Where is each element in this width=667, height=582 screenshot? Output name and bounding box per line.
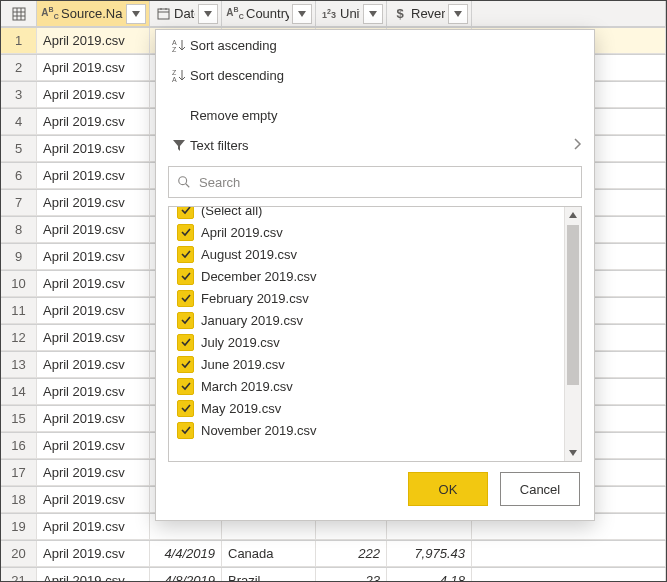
row-index[interactable]: 2: [1, 55, 37, 81]
filter-value-item[interactable]: February 2019.csv: [175, 287, 558, 309]
cell-country[interactable]: Canada: [222, 541, 316, 567]
filter-value-item[interactable]: December 2019.csv: [175, 265, 558, 287]
filter-dropdown-button[interactable]: [292, 4, 312, 24]
row-index[interactable]: 12: [1, 325, 37, 351]
scroll-up-icon[interactable]: [565, 207, 581, 223]
filter-dropdown-button[interactable]: [198, 4, 218, 24]
cell-source[interactable]: April 2019.csv: [37, 244, 150, 270]
cell-source[interactable]: April 2019.csv: [37, 460, 150, 486]
row-index[interactable]: 8: [1, 217, 37, 243]
cell-source[interactable]: April 2019.csv: [37, 190, 150, 216]
row-index[interactable]: 1: [1, 28, 37, 54]
checkbox-icon[interactable]: [177, 356, 194, 373]
cell-date[interactable]: 4/8/2019: [150, 568, 222, 582]
cancel-button[interactable]: Cancel: [500, 472, 580, 506]
row-index[interactable]: 19: [1, 514, 37, 540]
scroll-down-icon[interactable]: [565, 445, 581, 461]
column-header-date[interactable]: Date: [150, 1, 222, 27]
cell-source[interactable]: April 2019.csv: [37, 406, 150, 432]
ok-button[interactable]: OK: [408, 472, 488, 506]
row-index[interactable]: 5: [1, 136, 37, 162]
row-index[interactable]: 9: [1, 244, 37, 270]
checkbox-icon[interactable]: [177, 290, 194, 307]
column-header-revenue[interactable]: $ Revenue: [387, 1, 472, 27]
cell-source[interactable]: April 2019.csv: [37, 28, 150, 54]
cell-units[interactable]: 23: [316, 568, 387, 582]
scrollbar[interactable]: [564, 207, 581, 461]
filter-dropdown-button[interactable]: [126, 4, 146, 24]
filter-value-item[interactable]: June 2019.csv: [175, 353, 558, 375]
cell-source[interactable]: April 2019.csv: [37, 82, 150, 108]
checkbox-icon[interactable]: [177, 268, 194, 285]
cell-revenue[interactable]: 4.18: [387, 568, 472, 582]
checkbox-icon[interactable]: [177, 422, 194, 439]
cell-revenue[interactable]: 7,975.43: [387, 541, 472, 567]
text-filters-item[interactable]: Text filters: [156, 130, 594, 160]
table-row[interactable]: 20April 2019.csv4/4/2019Canada2227,975.4…: [1, 541, 666, 568]
cell-source[interactable]: April 2019.csv: [37, 298, 150, 324]
filter-value-item[interactable]: November 2019.csv: [175, 419, 558, 441]
checkbox-icon[interactable]: [177, 378, 194, 395]
table-row[interactable]: 21April 2019.csv4/8/2019Brazil234.18: [1, 568, 666, 582]
cell-source[interactable]: April 2019.csv: [37, 217, 150, 243]
row-index[interactable]: 11: [1, 298, 37, 324]
checkbox-icon[interactable]: [177, 312, 194, 329]
row-index[interactable]: 13: [1, 352, 37, 378]
row-index[interactable]: 17: [1, 460, 37, 486]
cell-source[interactable]: April 2019.csv: [37, 136, 150, 162]
row-index[interactable]: 4: [1, 109, 37, 135]
sort-descending-item[interactable]: ZA Sort descending: [156, 60, 594, 90]
row-index[interactable]: 7: [1, 190, 37, 216]
row-index[interactable]: 3: [1, 82, 37, 108]
remove-empty-item[interactable]: Remove empty: [156, 100, 594, 130]
table-corner[interactable]: [1, 1, 37, 27]
row-index[interactable]: 18: [1, 487, 37, 513]
cell-source[interactable]: April 2019.csv: [37, 433, 150, 459]
filter-dropdown-button[interactable]: [448, 4, 468, 24]
row-index[interactable]: 21: [1, 568, 37, 582]
cell-source[interactable]: April 2019.csv: [37, 271, 150, 297]
checkbox-icon[interactable]: [177, 207, 194, 219]
cell-spacer[interactable]: [472, 541, 666, 567]
filter-value-item[interactable]: April 2019.csv: [175, 221, 558, 243]
cell-spacer[interactable]: [472, 568, 666, 582]
filter-value-item[interactable]: August 2019.csv: [175, 243, 558, 265]
cell-source[interactable]: April 2019.csv: [37, 325, 150, 351]
checkbox-icon[interactable]: [177, 334, 194, 351]
sort-ascending-item[interactable]: AZ Sort ascending: [156, 30, 594, 60]
cell-source[interactable]: April 2019.csv: [37, 352, 150, 378]
filter-value-item[interactable]: January 2019.csv: [175, 309, 558, 331]
filter-value-item[interactable]: March 2019.csv: [175, 375, 558, 397]
cell-source[interactable]: April 2019.csv: [37, 379, 150, 405]
cell-source[interactable]: April 2019.csv: [37, 55, 150, 81]
filter-value-label: January 2019.csv: [201, 313, 303, 328]
cell-source[interactable]: April 2019.csv: [37, 514, 150, 540]
checkbox-icon[interactable]: [177, 246, 194, 263]
filter-dropdown-button[interactable]: [363, 4, 383, 24]
checkbox-icon[interactable]: [177, 224, 194, 241]
filter-value-item[interactable]: (Select all): [175, 207, 558, 221]
cell-units[interactable]: 222: [316, 541, 387, 567]
row-index[interactable]: 16: [1, 433, 37, 459]
row-index[interactable]: 10: [1, 271, 37, 297]
filter-value-item[interactable]: May 2019.csv: [175, 397, 558, 419]
row-index[interactable]: 6: [1, 163, 37, 189]
column-header-country[interactable]: ABC Country: [222, 1, 316, 27]
scrollbar-thumb[interactable]: [567, 225, 579, 385]
column-header-source[interactable]: ABC Source.Name: [37, 1, 150, 27]
column-header-units[interactable]: 123 Units: [316, 1, 387, 27]
filter-value-item[interactable]: July 2019.csv: [175, 331, 558, 353]
menu-label: Sort descending: [190, 68, 582, 83]
cell-source[interactable]: April 2019.csv: [37, 163, 150, 189]
cell-source[interactable]: April 2019.csv: [37, 541, 150, 567]
cell-source[interactable]: April 2019.csv: [37, 109, 150, 135]
cell-date[interactable]: 4/4/2019: [150, 541, 222, 567]
row-index[interactable]: 20: [1, 541, 37, 567]
filter-search-input[interactable]: Search: [168, 166, 582, 198]
row-index[interactable]: 15: [1, 406, 37, 432]
cell-country[interactable]: Brazil: [222, 568, 316, 582]
checkbox-icon[interactable]: [177, 400, 194, 417]
cell-source[interactable]: April 2019.csv: [37, 487, 150, 513]
row-index[interactable]: 14: [1, 379, 37, 405]
cell-source[interactable]: April 2019.csv: [37, 568, 150, 582]
